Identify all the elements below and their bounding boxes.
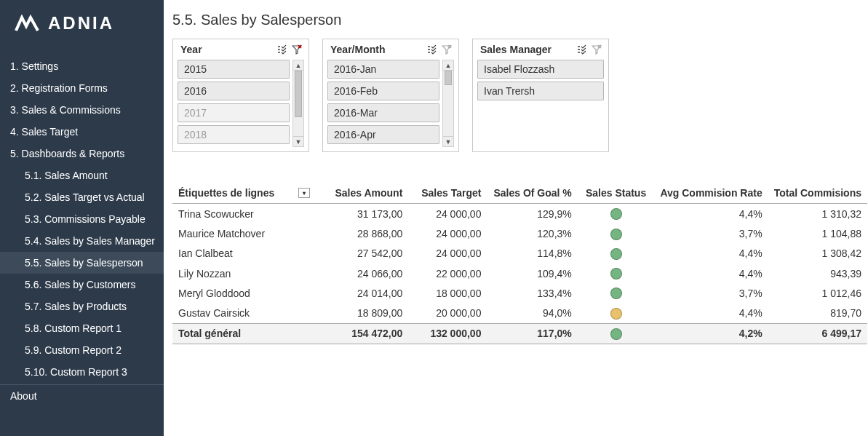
- sidebar: ADNIA 1. Settings2. Registration Forms3.…: [0, 0, 164, 436]
- cell-target: 20 000,00: [408, 303, 487, 323]
- cell-total: 1 104,88: [768, 223, 867, 243]
- slicer-item[interactable]: 2016-Mar: [327, 103, 439, 122]
- cell-status: [578, 204, 655, 224]
- nav-item[interactable]: 5.1. Sales Amount: [0, 165, 164, 186]
- slicer-item[interactable]: 2016-Feb: [327, 82, 439, 100]
- adnia-logo-icon: [15, 15, 39, 32]
- table-row[interactable]: Lily Nozzan24 066,0022 000,00109,4%4,4%9…: [172, 263, 867, 283]
- col-avg-commission[interactable]: Avg Commision Rate: [654, 183, 768, 204]
- slicer-title: Year: [180, 44, 274, 55]
- cell-status: [578, 323, 655, 344]
- nav-item[interactable]: 5.7. Sales by Products: [0, 296, 164, 317]
- col-sales-status[interactable]: Sales Status: [578, 183, 655, 204]
- cell-amount: 31 173,00: [316, 204, 408, 224]
- cell-name: Lily Nozzan: [172, 263, 316, 283]
- multiselect-icon[interactable]: [426, 44, 438, 55]
- slicer-year-month: Year/Month2016-Jan2016-Feb2016-Mar2016-A…: [322, 39, 459, 152]
- slicer-item[interactable]: 2016-Jan: [327, 60, 439, 79]
- col-row-labels: Étiquettes de lignes: [178, 187, 274, 199]
- slicer-item[interactable]: 2015: [178, 60, 290, 79]
- table-row[interactable]: Maurice Matchover28 868,0024 000,00120,3…: [172, 223, 867, 243]
- cell-name: Ian Clalbeat: [172, 244, 316, 263]
- nav-item[interactable]: 4. Sales Target: [0, 121, 164, 143]
- status-dot-green: [610, 328, 622, 340]
- nav-item[interactable]: 5.9. Custom Report 2: [0, 339, 164, 361]
- scroll-up-icon[interactable]: ▲: [293, 60, 303, 71]
- cell-name: Total général: [172, 323, 316, 344]
- scroll-up-icon[interactable]: ▲: [443, 60, 453, 71]
- col-sales-amount[interactable]: Sales Amount: [316, 183, 408, 204]
- table-row[interactable]: Trina Scowucker31 173,0024 000,00129,9%4…: [172, 204, 867, 224]
- slicer-item[interactable]: Isabel Flozzash: [477, 60, 604, 79]
- cell-rate: 3,7%: [654, 223, 768, 243]
- status-dot-green: [610, 229, 622, 240]
- slicer-header: Year/Month: [323, 39, 458, 60]
- col-total-commissions[interactable]: Total Commisions: [768, 183, 867, 204]
- scroll-thumb[interactable]: [295, 71, 302, 117]
- table-row[interactable]: Meryl Gloddood24 014,0018 000,00133,4%3,…: [172, 283, 867, 303]
- slicer-scrollbar[interactable]: ▲▼: [292, 60, 304, 147]
- nav-item[interactable]: 5.5. Sales by Salesperson: [0, 252, 164, 274]
- nav-item[interactable]: 5.6. Sales by Customers: [0, 274, 164, 296]
- cell-target: 24 000,00: [408, 244, 487, 263]
- clear-filter-icon[interactable]: [291, 44, 303, 55]
- pivot-table-wrap: Étiquettes de lignes ▾ Sales Amount Sale…: [172, 183, 867, 344]
- cell-rate: 4,4%: [654, 263, 768, 283]
- scroll-thumb[interactable]: [445, 71, 452, 85]
- brand-name: ADNIA: [48, 13, 114, 33]
- slicer-header: Sales Manager: [473, 39, 608, 60]
- cell-target: 22 000,00: [408, 263, 487, 283]
- cell-target: 24 000,00: [408, 204, 487, 224]
- cell-status: [578, 283, 655, 303]
- nav-item[interactable]: 5. Dashboards & Reports: [0, 143, 164, 165]
- col-sales-target[interactable]: Sales Target: [408, 183, 487, 204]
- cell-total: 1 308,42: [768, 244, 867, 263]
- status-dot-green: [610, 248, 622, 260]
- col-sales-of-goal[interactable]: Sales Of Goal %: [487, 183, 577, 204]
- cell-status: [578, 303, 655, 323]
- nav-about[interactable]: About: [0, 384, 164, 407]
- cell-name: Trina Scowucker: [172, 204, 316, 224]
- row-labels-filter-dropdown[interactable]: ▾: [298, 188, 310, 198]
- nav-item[interactable]: 5.4. Sales by Sales Manager: [0, 230, 164, 252]
- cell-rate: 4,2%: [654, 323, 768, 344]
- cell-rate: 3,7%: [654, 283, 768, 303]
- table-row[interactable]: Ian Clalbeat27 542,0024 000,00114,8%4,4%…: [172, 244, 867, 263]
- multiselect-icon[interactable]: [576, 44, 588, 55]
- nav-item[interactable]: 5.8. Custom Report 1: [0, 317, 164, 339]
- clear-filter-icon[interactable]: [441, 44, 453, 55]
- cell-target: 132 000,00: [408, 323, 487, 344]
- slicer-item[interactable]: 2016-Apr: [327, 125, 439, 144]
- scroll-down-icon[interactable]: ▼: [443, 136, 453, 146]
- table-total-row: Total général154 472,00132 000,00117,0%4…: [172, 323, 867, 344]
- cell-goal: 133,4%: [487, 283, 577, 303]
- scroll-down-icon[interactable]: ▼: [293, 136, 303, 146]
- nav-item[interactable]: 2. Registration Forms: [0, 77, 164, 99]
- nav-item[interactable]: 5.3. Commissions Payable: [0, 208, 164, 230]
- cell-total: 6 499,17: [768, 323, 867, 344]
- multiselect-icon[interactable]: [276, 44, 288, 55]
- table-row[interactable]: Gustav Cairsick18 809,0020 000,0094,0%4,…: [172, 303, 867, 323]
- cell-rate: 4,4%: [654, 244, 768, 263]
- nav-item[interactable]: 3. Sales & Commissions: [0, 99, 164, 121]
- cell-goal: 120,3%: [487, 223, 577, 243]
- clear-filter-icon[interactable]: [591, 44, 602, 55]
- cell-name: Maurice Matchover: [172, 223, 316, 243]
- nav-item[interactable]: 5.2. Sales Target vs Actual: [0, 186, 164, 208]
- status-dot-green: [610, 268, 622, 280]
- cell-total: 1 012,46: [768, 283, 867, 303]
- nav-item[interactable]: 5.10. Custom Report 3: [0, 361, 164, 383]
- cell-amount: 27 542,00: [316, 244, 408, 263]
- slicer-scrollbar[interactable]: ▲▼: [442, 60, 454, 147]
- pivot-table: Étiquettes de lignes ▾ Sales Amount Sale…: [172, 183, 867, 344]
- slicer-item[interactable]: 2016: [178, 82, 290, 100]
- slicer-item[interactable]: 2017: [178, 103, 290, 122]
- cell-amount: 154 472,00: [316, 323, 408, 344]
- sidebar-nav: 1. Settings2. Registration Forms3. Sales…: [0, 55, 164, 407]
- slicer-item[interactable]: Ivan Trersh: [477, 82, 604, 100]
- page-title: 5.5. Sales by Salesperson: [172, 12, 867, 28]
- cell-amount: 28 868,00: [316, 223, 408, 243]
- slicer-item[interactable]: 2018: [178, 125, 290, 144]
- status-dot-amber: [610, 308, 622, 320]
- nav-item[interactable]: 1. Settings: [0, 55, 164, 77]
